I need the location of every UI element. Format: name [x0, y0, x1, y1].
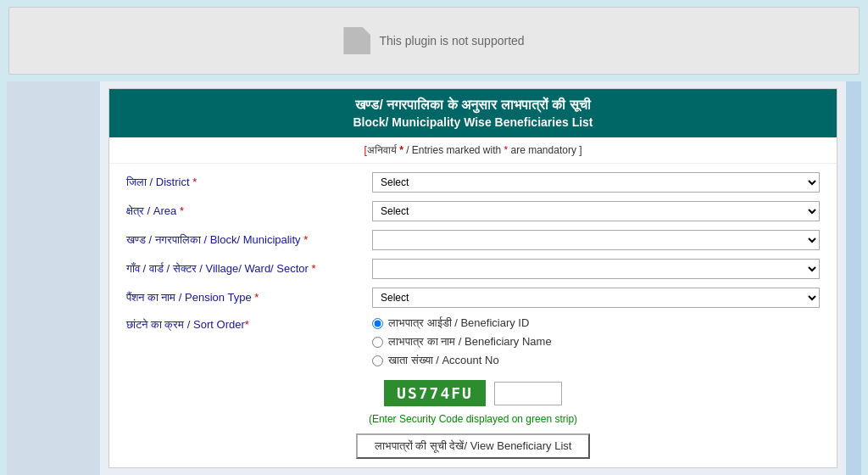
block-label: खण्ड / नगरपालिका / Block/ Municipality *: [126, 233, 372, 247]
sort-radio-account-no-label: खाता संख्या / Account No: [388, 354, 499, 367]
submit-section: लाभपात्रों की सूची देखें/ View Beneficia…: [126, 433, 820, 459]
district-label: जिला / District *: [126, 176, 372, 189]
right-sidebar: [846, 81, 861, 475]
sort-order-label: छांटने का क्रम / Sort Order*: [126, 316, 372, 332]
form-wrapper: खण्ड/ नगरपालिका के अनुसार लाभपात्रों की …: [108, 88, 837, 468]
plugin-text: This plugin is not supported: [379, 34, 524, 48]
area-star: *: [180, 204, 184, 217]
area-label: क्षेत्र / Area *: [126, 204, 372, 218]
block-star: *: [303, 233, 308, 246]
mandatory-text-hi: अनिवार्य: [367, 144, 399, 156]
area-row: क्षेत्र / Area * Select: [126, 201, 820, 221]
submit-button[interactable]: लाभपात्रों की सूची देखें/ View Beneficia…: [356, 433, 591, 459]
captcha-code: US774FU: [384, 380, 486, 406]
mandatory-text-en1: / Entries marked with: [403, 144, 504, 156]
captcha-input[interactable]: [494, 382, 562, 405]
village-row: गाँव / वार्ड / सेक्टर / Village/ Ward/ S…: [126, 259, 820, 279]
block-row: खण्ड / नगरपालिका / Block/ Municipality *: [126, 230, 820, 250]
sort-radio-beneficiary-name-input[interactable]: [372, 337, 383, 348]
block-select[interactable]: [372, 230, 820, 250]
sort-radio-beneficiary-id[interactable]: लाभपात्र आईडी / Beneficiary ID: [372, 316, 552, 330]
village-label: गाँव / वार्ड / सेक्टर / Village/ Ward/ S…: [126, 262, 372, 276]
village-select[interactable]: [372, 259, 820, 279]
pension-label: पैंशन का नाम / Pension Type *: [126, 291, 372, 305]
pension-star: *: [254, 291, 259, 304]
district-row: जिला / District * Select: [126, 172, 820, 193]
mandatory-text-en2: are mandatory ]: [508, 144, 581, 156]
form-body: जिला / District * Select क्षेत्र / Area …: [109, 164, 837, 467]
sort-radio-beneficiary-id-label: लाभपात्र आईडी / Beneficiary ID: [388, 316, 529, 330]
left-sidebar: [7, 81, 100, 475]
captcha-hint: (Enter Security Code displayed on green …: [126, 413, 820, 425]
form-header-english: Block/ Municipality Wise Beneficiaries L…: [118, 115, 828, 129]
sort-radio-account-no-input[interactable]: [372, 355, 383, 366]
form-header: खण्ड/ नगरपालिका के अनुसार लाभपात्रों की …: [109, 89, 837, 137]
sort-radio-account-no[interactable]: खाता संख्या / Account No: [372, 354, 552, 367]
form-header-hindi: खण्ड/ नगरपालिका के अनुसार लाभपात्रों की …: [118, 98, 828, 113]
radio-group: लाभपात्र आईडी / Beneficiary ID लाभपात्र …: [372, 316, 552, 367]
village-star: *: [312, 262, 316, 275]
plugin-bar: This plugin is not supported: [8, 7, 860, 75]
sort-order-star: *: [245, 318, 249, 331]
mandatory-note: [अनिवार्य * / Entries marked with * are …: [109, 137, 837, 164]
main-container: खण्ड/ नगरपालिका के अनुसार लाभपात्रों की …: [7, 81, 861, 475]
plugin-icon: [343, 27, 370, 54]
district-star: *: [192, 176, 197, 188]
submit-label-hi: लाभपात्रों की सूची देखें: [375, 439, 465, 452]
sort-order-section: छांटने का क्रम / Sort Order* लाभपात्र आई…: [126, 316, 820, 367]
content-area: खण्ड/ नगरपालिका के अनुसार लाभपात्रों की …: [100, 81, 846, 475]
pension-select[interactable]: Select: [372, 288, 820, 308]
area-select[interactable]: Select: [372, 201, 820, 221]
submit-label-en: View Beneficiary List: [470, 439, 572, 452]
sort-radio-beneficiary-name[interactable]: लाभपात्र का नाम / Beneficiary Name: [372, 335, 552, 349]
captcha-section: US774FU: [126, 380, 820, 406]
district-select[interactable]: Select: [372, 172, 820, 193]
sort-radio-beneficiary-id-input[interactable]: [372, 318, 383, 329]
sort-radio-beneficiary-name-label: लाभपात्र का नाम / Beneficiary Name: [388, 335, 552, 349]
pension-row: पैंशन का नाम / Pension Type * Select: [126, 288, 820, 308]
